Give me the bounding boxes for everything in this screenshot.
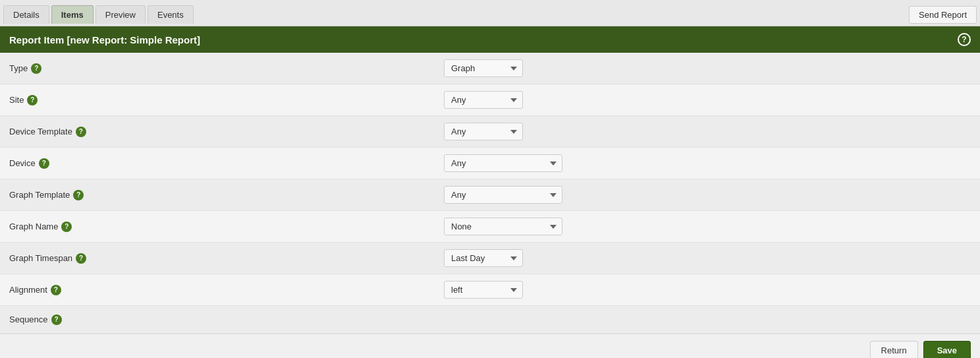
tab-items[interactable]: Items — [51, 5, 94, 24]
tab-bar: Details Items Preview Events Send Report — [0, 0, 980, 26]
form-row-alignment: Alignment?leftcenterright — [0, 274, 980, 306]
label-graph_template: Graph Template? — [9, 190, 444, 200]
form-row-site: Site?Any — [0, 84, 980, 116]
control-graph_name: None — [444, 218, 971, 235]
form-body: Type?GraphTextImageSite?AnyDevice Templa… — [0, 53, 980, 334]
form-row-device_template: Device Template?Any — [0, 116, 980, 148]
label-sequence: Sequence? — [9, 314, 444, 325]
save-button[interactable]: Save — [923, 341, 971, 358]
label-graph_timespan: Graph Timespan? — [9, 253, 444, 264]
header-help-icon[interactable]: ? — [958, 33, 971, 46]
select-device[interactable]: Any — [444, 154, 562, 172]
form-row-graph_timespan: Graph Timespan?Last DayLast WeekLast Mon… — [0, 243, 980, 274]
label-text-graph_name: Graph Name — [9, 222, 58, 231]
help-icon-graph_timespan[interactable]: ? — [76, 253, 86, 264]
return-button[interactable]: Return — [870, 341, 918, 358]
section-title: Report Item [new Report: Simple Report] — [9, 34, 200, 45]
label-text-device_template: Device Template — [9, 127, 72, 136]
control-alignment: leftcenterright — [444, 281, 971, 299]
form-row-type: Type?GraphTextImage — [0, 53, 980, 84]
label-type: Type? — [9, 63, 444, 74]
select-device_template[interactable]: Any — [444, 123, 523, 140]
label-text-graph_template: Graph Template — [9, 190, 70, 200]
label-text-site: Site — [9, 95, 24, 105]
tab-preview[interactable]: Preview — [95, 5, 146, 24]
form-row-graph_template: Graph Template?Any — [0, 179, 980, 211]
help-icon-type[interactable]: ? — [31, 63, 41, 74]
label-device: Device? — [9, 158, 444, 169]
form-row-sequence: Sequence? — [0, 306, 980, 334]
help-icon-site[interactable]: ? — [27, 95, 38, 105]
select-type[interactable]: GraphTextImage — [444, 59, 523, 77]
tab-events[interactable]: Events — [148, 5, 194, 24]
control-device_template: Any — [444, 123, 971, 140]
help-icon-alignment[interactable]: ? — [51, 285, 61, 295]
send-report-button[interactable]: Send Report — [909, 6, 977, 24]
control-graph_template: Any — [444, 186, 971, 204]
control-type: GraphTextImage — [444, 59, 971, 77]
help-icon-graph_template[interactable]: ? — [73, 190, 84, 200]
help-icon-sequence[interactable]: ? — [51, 314, 62, 325]
help-icon-device_template[interactable]: ? — [76, 127, 86, 137]
label-text-device: Device — [9, 158, 36, 168]
select-graph_template[interactable]: Any — [444, 186, 562, 204]
form-row-graph_name: Graph Name?None — [0, 211, 980, 243]
label-graph_name: Graph Name? — [9, 222, 444, 232]
select-site[interactable]: Any — [444, 91, 523, 109]
label-device_template: Device Template? — [9, 127, 444, 137]
control-device: Any — [444, 154, 971, 172]
tab-details[interactable]: Details — [3, 5, 49, 24]
form-row-device: Device?Any — [0, 148, 980, 179]
label-text-graph_timespan: Graph Timespan — [9, 253, 72, 263]
control-graph_timespan: Last DayLast WeekLast MonthLast Year — [444, 249, 971, 267]
section-header: Report Item [new Report: Simple Report] … — [0, 26, 980, 53]
label-text-type: Type — [9, 63, 28, 73]
label-text-alignment: Alignment — [9, 285, 47, 295]
control-site: Any — [444, 91, 971, 109]
select-graph_timespan[interactable]: Last DayLast WeekLast MonthLast Year — [444, 249, 523, 267]
select-graph_name[interactable]: None — [444, 218, 562, 235]
label-alignment: Alignment? — [9, 285, 444, 295]
select-alignment[interactable]: leftcenterright — [444, 281, 523, 299]
label-site: Site? — [9, 95, 444, 105]
help-icon-graph_name[interactable]: ? — [61, 222, 72, 232]
form-footer: Return Save — [0, 334, 980, 358]
label-text-sequence: Sequence — [9, 314, 48, 324]
help-icon-device[interactable]: ? — [39, 158, 49, 169]
